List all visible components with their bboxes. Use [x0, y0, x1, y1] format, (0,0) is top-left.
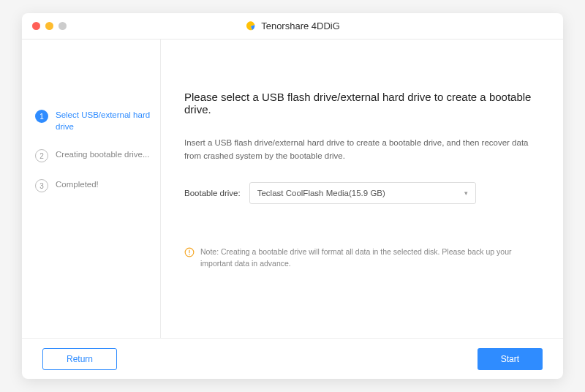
step-label: Creating bootable drive...: [56, 148, 150, 160]
minimize-icon[interactable]: [45, 22, 53, 30]
note-text: Note: Creating a bootable drive will for…: [200, 246, 534, 270]
step-number-badge: 2: [35, 149, 48, 162]
bootable-drive-dropdown[interactable]: Teclast CoolFlash Media(15.9 GB) ▾: [249, 182, 476, 204]
sidebar-step-creating: 2 Creating bootable drive...: [35, 148, 153, 162]
start-button[interactable]: Start: [478, 348, 543, 370]
body: 1 Select USB/external hard drive 2 Creat…: [22, 39, 563, 338]
dropdown-row: Bootable drive: Teclast CoolFlash Media(…: [184, 182, 534, 204]
maximize-icon[interactable]: [58, 22, 67, 30]
sidebar-step-completed: 3 Completed!: [35, 178, 153, 192]
footer: Return Start: [22, 338, 563, 379]
dropdown-label: Bootable drive:: [184, 189, 241, 197]
warning-icon: [184, 247, 195, 257]
step-label: Completed!: [56, 178, 99, 190]
window-controls: [22, 22, 67, 30]
app-title: Tenorshare 4DDiG: [261, 20, 340, 31]
page-heading: Please select a USB flash drive/external…: [184, 91, 534, 116]
note-box: Note: Creating a bootable drive will for…: [184, 246, 534, 270]
chevron-down-icon: ▾: [464, 189, 468, 197]
app-window: Tenorshare 4DDiG 1 Select USB/external h…: [22, 13, 563, 379]
step-number-badge: 3: [35, 179, 48, 192]
step-label: Select USB/external hard drive: [56, 109, 153, 132]
app-logo-icon: [245, 20, 257, 32]
close-icon[interactable]: [32, 22, 40, 30]
dropdown-selected-value: Teclast CoolFlash Media(15.9 GB): [257, 189, 385, 197]
page-description: Insert a USB flash drive/external hard d…: [184, 136, 534, 163]
titlebar: Tenorshare 4DDiG: [22, 13, 563, 39]
sidebar-step-select-drive[interactable]: 1 Select USB/external hard drive: [35, 109, 153, 132]
return-button[interactable]: Return: [42, 348, 117, 370]
main-content: Please select a USB flash drive/external…: [161, 39, 563, 338]
svg-point-2: [189, 254, 190, 255]
step-number-badge: 1: [35, 110, 48, 123]
app-title-container: Tenorshare 4DDiG: [22, 20, 563, 32]
sidebar: 1 Select USB/external hard drive 2 Creat…: [22, 39, 161, 338]
